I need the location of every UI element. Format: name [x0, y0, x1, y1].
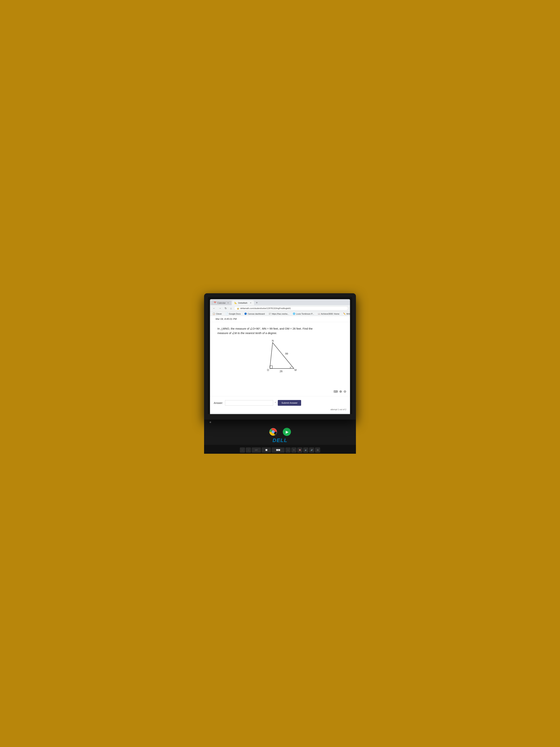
tab-calendar[interactable]: 📅 Calendar ✕	[211, 301, 232, 305]
key-power[interactable]: ⏻	[315, 447, 320, 453]
bookmark-writers-label: Writer's Response...	[346, 313, 350, 315]
tab-deltamath-label: DeltaMath	[238, 302, 247, 304]
canvas-icon: 🔵	[244, 313, 247, 315]
bookmark-hac-label: https://hac.nesha...	[272, 313, 289, 315]
key-left-arrow[interactable]: ←	[240, 447, 245, 453]
bookmark-hac[interactable]: 📰 https://hac.nesha...	[268, 312, 290, 315]
svg-point-5	[272, 431, 274, 433]
close-icon[interactable]: ✕	[250, 302, 251, 304]
hypotenuse-label: 99	[285, 352, 288, 355]
problem-text: In △MNO, the measure of ∠O=90°, MN = 99 …	[217, 327, 343, 335]
bookmark-clever[interactable]: 📋 Clever	[212, 312, 222, 315]
key-vol-down[interactable]: 🔉	[303, 447, 308, 453]
lock-icon: 🔒	[237, 307, 239, 309]
url-text: deltamath.com/student/solve/12978132/tri…	[240, 307, 291, 309]
key-mute[interactable]: 🔇	[297, 447, 302, 453]
vertex-m: M	[294, 368, 297, 371]
answer-label: Answer:	[214, 402, 223, 405]
vertex-n: N	[272, 339, 274, 342]
calendar-favicon: 📅	[214, 302, 216, 304]
problem-container: In △MNO, the measure of ∠O=90°, MN = 99 …	[210, 322, 350, 389]
bookmark-achieve3000[interactable]: 📖 Achieve3000: Home	[317, 312, 340, 315]
screen-bezel: 📅 Calendar ✕ 📐 DeltaMath ✕ + ← →	[208, 297, 352, 414]
bookmarks-bar: 📋 Clever 📄 Google Docs 🔵 Canvas dashboar…	[210, 312, 350, 316]
bookmark-canvas[interactable]: 🔵 Canvas dashboard	[243, 312, 265, 315]
diagram-container: N O M 99 26 x°	[217, 340, 343, 377]
laptop-screen-outer: 📅 Calendar ✕ 📐 DeltaMath ✕ + ← →	[204, 293, 356, 420]
laptop-body: 📅 Calendar ✕ 📐 DeltaMath ✕ + ← →	[204, 293, 356, 454]
address-field[interactable]: 🔒 deltamath.com/student/solve/12978132/t…	[234, 306, 348, 310]
bookmark-clever-label: Clever	[216, 313, 222, 315]
key-refresh[interactable]: C↺	[252, 447, 261, 453]
page-content: Mar 04, 8:45:01 PM In △MNO, the measure …	[210, 316, 350, 413]
browser-window: 📅 Calendar ✕ 📐 DeltaMath ✕ + ← →	[210, 299, 350, 414]
back-button[interactable]: ←	[212, 306, 216, 310]
keyboard-row-1: ← → C↺ ⬜ ⬜⬜ ☼ ☀ 🔇 🔉 🔊 ⏻	[204, 447, 356, 453]
bookmark-writers[interactable]: ✏️ Writer's Response...	[342, 312, 350, 315]
dell-logo: DELL	[272, 437, 287, 443]
clever-icon: 📋	[213, 313, 215, 315]
close-icon[interactable]: ✕	[228, 302, 229, 304]
submit-button[interactable]: Submit Answer	[278, 400, 301, 406]
key-vol-up[interactable]: 🔊	[309, 447, 314, 453]
laptop-base-area: ▶ DELL ← → C↺ ⬜ ⬜⬜ ☼ ☀ 🔇 🔉 🔊 ⏻	[204, 420, 356, 454]
key-right-arrow[interactable]: →	[246, 447, 251, 453]
keyboard-icon-row: ⌨ ⊕ ⊖	[210, 389, 350, 394]
base-label: 26	[279, 370, 283, 373]
forward-button[interactable]: →	[218, 306, 222, 310]
chrome-icon[interactable]	[269, 428, 277, 436]
home-button[interactable]: ⌂	[229, 306, 233, 310]
taskbar-dot	[210, 421, 211, 423]
keyboard-icon[interactable]: ⌨	[334, 390, 338, 393]
attempt-info: attempt 1 out of 2	[210, 408, 350, 413]
achieve-icon: 📖	[318, 313, 320, 315]
play-icon: ▶	[286, 430, 289, 434]
svg-marker-0	[270, 342, 294, 368]
google-docs-icon: 📄	[225, 313, 228, 315]
key-brightness-down[interactable]: ☼	[285, 447, 291, 453]
louis-icon: 🌐	[293, 313, 295, 315]
keyboard-area: ← → C↺ ⬜ ⬜⬜ ☼ ☀ 🔇 🔉 🔊 ⏻	[204, 445, 356, 454]
date-header: Mar 04, 8:45:01 PM	[210, 316, 350, 322]
deltamath-favicon: 📐	[235, 302, 237, 304]
key-multiwindow[interactable]: ⬜⬜	[272, 447, 285, 453]
answer-section: Answer: ° Submit Answer	[210, 396, 350, 408]
address-bar-row: ← → ↻ ⌂ 🔒 deltamath.com/student/solve/12…	[210, 305, 350, 312]
refresh-button[interactable]: ↻	[224, 306, 228, 310]
bookmark-google-docs-label: Google Docs	[229, 313, 241, 315]
zoom-in-icon[interactable]: ⊕	[339, 389, 342, 393]
tab-calendar-label: Calendar	[217, 302, 226, 304]
degree-symbol: °	[275, 402, 276, 404]
bookmark-louis[interactable]: 🌐 Louis Tomlinson P...	[292, 312, 315, 315]
zoom-out-icon[interactable]: ⊖	[344, 389, 346, 393]
laptop-bottom-bezel	[208, 414, 352, 420]
new-tab-button[interactable]: +	[255, 300, 259, 305]
key-brightness-up[interactable]: ☀	[291, 447, 296, 453]
writers-icon: ✏️	[343, 313, 346, 315]
key-fullscreen[interactable]: ⬜	[262, 447, 271, 453]
bookmark-google-docs[interactable]: 📄 Google Docs	[225, 312, 241, 315]
tab-deltamath[interactable]: 📐 DeltaMath ✕	[232, 301, 254, 305]
hac-icon: 📰	[268, 313, 271, 315]
answer-input[interactable]	[225, 400, 273, 406]
bookmark-louis-label: Louis Tomlinson P...	[296, 313, 314, 315]
taskbar-dot-row	[204, 421, 356, 423]
taskbar: ▶	[269, 428, 291, 436]
bookmark-achieve-label: Achieve3000: Home	[321, 313, 340, 315]
triangle-diagram: N O M 99 26 x°	[256, 340, 304, 377]
angle-label: x°	[290, 366, 292, 369]
play-button[interactable]: ▶	[283, 428, 291, 436]
bookmark-canvas-label: Canvas dashboard	[247, 313, 265, 315]
vertex-o: O	[267, 368, 269, 371]
tab-bar: 📅 Calendar ✕ 📐 DeltaMath ✕ +	[210, 299, 350, 305]
